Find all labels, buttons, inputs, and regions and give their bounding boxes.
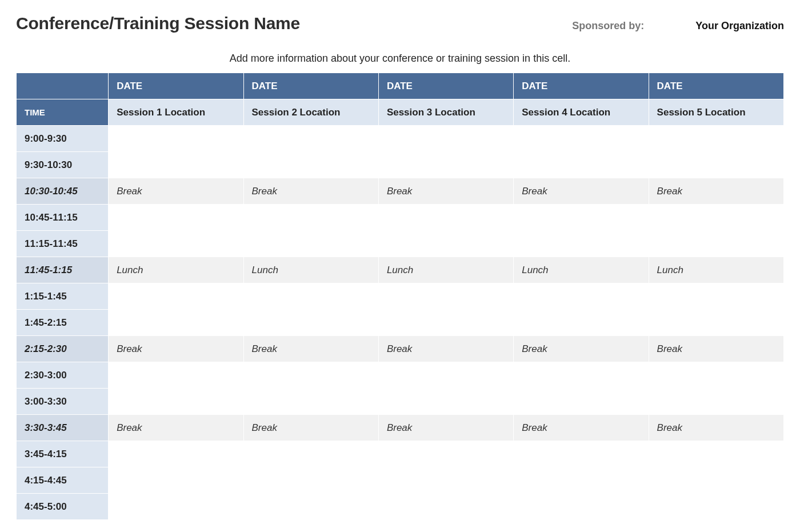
schedule-row: 10:30-10:45BreakBreakBreakBreakBreak — [17, 178, 784, 205]
slot-cell — [109, 231, 243, 257]
slot-cell — [514, 467, 649, 494]
slot-cell — [378, 205, 513, 231]
slot-cell: Break — [243, 415, 378, 441]
slot-cell: Break — [378, 178, 513, 205]
slot-cell — [378, 441, 513, 467]
date-header-row: DATE DATE DATE DATE DATE — [17, 73, 784, 99]
date-header: DATE — [378, 73, 513, 99]
slot-cell — [243, 152, 378, 178]
slot-cell — [243, 126, 378, 152]
slot-cell: Break — [514, 415, 649, 441]
time-cell: 1:15-1:45 — [17, 283, 109, 310]
slot-cell — [243, 283, 378, 310]
slot-cell — [649, 494, 783, 520]
schedule-row: 9:30-10:30 — [17, 152, 784, 178]
slot-cell: Break — [514, 336, 649, 362]
time-cell: 11:15-11:45 — [17, 231, 109, 257]
slot-cell — [109, 283, 243, 310]
slot-cell — [514, 283, 649, 310]
slot-cell — [109, 152, 243, 178]
schedule-row: 1:45-2:15 — [17, 310, 784, 336]
time-cell: 3:30-3:45 — [17, 415, 109, 441]
schedule-row: 3:30-3:45BreakBreakBreakBreakBreak — [17, 415, 784, 441]
slot-cell — [649, 389, 783, 415]
slot-cell — [378, 231, 513, 257]
slot-cell — [514, 205, 649, 231]
slot-cell: Break — [243, 178, 378, 205]
slot-cell: Break — [514, 178, 649, 205]
schedule-row: 1:15-1:45 — [17, 283, 784, 310]
schedule-row: 11:45-1:15LunchLunchLunchLunchLunch — [17, 257, 784, 283]
slot-cell — [109, 126, 243, 152]
time-cell: 2:30-3:00 — [17, 362, 109, 389]
slot-cell — [514, 362, 649, 389]
slot-cell — [109, 310, 243, 336]
slot-cell — [649, 310, 783, 336]
slot-cell — [109, 389, 243, 415]
subtitle-text: Add more information about your conferen… — [16, 53, 784, 65]
time-cell: 2:15-2:30 — [17, 336, 109, 362]
schedule-row: 3:45-4:15 — [17, 441, 784, 467]
slot-cell: Lunch — [514, 257, 649, 283]
slot-cell — [243, 389, 378, 415]
sponsored-by-label: Sponsored by: — [572, 20, 644, 32]
time-cell: 11:45-1:15 — [17, 257, 109, 283]
time-column-header: TIME — [17, 99, 109, 126]
time-cell: 3:45-4:15 — [17, 441, 109, 467]
schedule-body: 9:00-9:309:30-10:3010:30-10:45BreakBreak… — [17, 126, 784, 520]
slot-cell: Break — [378, 415, 513, 441]
date-header: DATE — [243, 73, 378, 99]
time-cell: 3:00-3:30 — [17, 389, 109, 415]
slot-cell — [514, 441, 649, 467]
page-title: Conference/Training Session Name — [16, 14, 300, 33]
slot-cell — [243, 205, 378, 231]
slot-cell — [243, 441, 378, 467]
slot-cell — [378, 283, 513, 310]
slot-cell — [649, 152, 783, 178]
slot-cell: Break — [109, 336, 243, 362]
slot-cell — [514, 310, 649, 336]
time-cell: 10:45-11:15 — [17, 205, 109, 231]
schedule-row: 10:45-11:15 — [17, 205, 784, 231]
slot-cell — [109, 467, 243, 494]
slot-cell — [378, 494, 513, 520]
location-header-row: TIME Session 1 Location Session 2 Locati… — [17, 99, 784, 126]
time-cell: 10:30-10:45 — [17, 178, 109, 205]
time-cell: 1:45-2:15 — [17, 310, 109, 336]
slot-cell — [109, 494, 243, 520]
slot-cell — [378, 152, 513, 178]
slot-cell — [514, 389, 649, 415]
location-header: Session 3 Location — [378, 99, 513, 126]
schedule-row: 4:45-5:00 — [17, 494, 784, 520]
time-cell: 4:45-5:00 — [17, 494, 109, 520]
document-header: Conference/Training Session Name Sponsor… — [16, 14, 784, 33]
slot-cell — [243, 362, 378, 389]
slot-cell — [649, 362, 783, 389]
slot-cell — [109, 362, 243, 389]
slot-cell — [514, 126, 649, 152]
date-header: DATE — [649, 73, 783, 99]
slot-cell — [378, 467, 513, 494]
location-header: Session 4 Location — [514, 99, 649, 126]
slot-cell — [243, 310, 378, 336]
time-cell: 9:00-9:30 — [17, 126, 109, 152]
date-header: DATE — [514, 73, 649, 99]
schedule-row: 3:00-3:30 — [17, 389, 784, 415]
slot-cell: Break — [243, 336, 378, 362]
slot-cell — [649, 126, 783, 152]
time-cell: 4:15-4:45 — [17, 467, 109, 494]
slot-cell — [514, 231, 649, 257]
slot-cell: Break — [649, 178, 783, 205]
slot-cell — [514, 494, 649, 520]
time-cell: 9:30-10:30 — [17, 152, 109, 178]
slot-cell: Break — [649, 415, 783, 441]
sponsor-block: Sponsored by: Your Organization — [572, 20, 784, 32]
schedule-row: 2:15-2:30BreakBreakBreakBreakBreak — [17, 336, 784, 362]
schedule-row: 2:30-3:00 — [17, 362, 784, 389]
schedule-row: 11:15-11:45 — [17, 231, 784, 257]
slot-cell — [378, 362, 513, 389]
header-corner-cell — [17, 73, 109, 99]
location-header: Session 5 Location — [649, 99, 783, 126]
slot-cell: Break — [109, 178, 243, 205]
location-header: Session 2 Location — [243, 99, 378, 126]
